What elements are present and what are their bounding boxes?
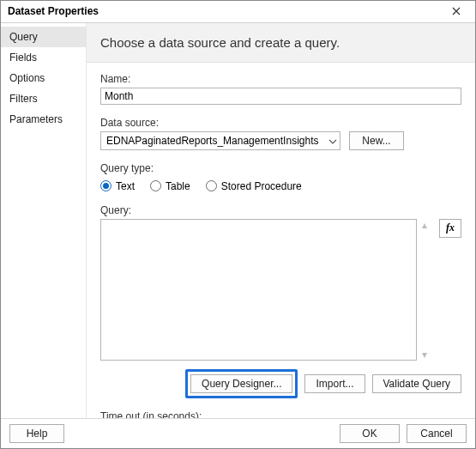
- querytype-label: Query type:: [100, 162, 461, 174]
- query-textarea[interactable]: [100, 219, 417, 361]
- title-bar: Dataset Properties: [1, 1, 475, 23]
- radio-text[interactable]: Text: [100, 180, 135, 192]
- main-content: Name: Data source: EDNAPaginatedReports_…: [87, 63, 475, 418]
- datasource-selected-value: EDNAPaginatedReports_ManagementInsights: [106, 135, 318, 147]
- name-label: Name:: [100, 73, 461, 85]
- name-input[interactable]: [100, 88, 461, 105]
- radio-label: Table: [166, 180, 190, 192]
- chevron-down-icon: [328, 135, 337, 147]
- page-heading: Choose a data source and create a query.: [87, 23, 475, 63]
- datasource-label: Data source:: [100, 117, 461, 129]
- timeout-label: Time out (in seconds):: [100, 410, 202, 418]
- sidebar-item-label: Parameters: [9, 113, 63, 125]
- help-button[interactable]: Help: [9, 424, 64, 443]
- scroll-down-icon: ▾: [422, 349, 434, 361]
- new-datasource-button[interactable]: New...: [349, 131, 404, 150]
- validate-query-button[interactable]: Validate Query: [372, 374, 462, 393]
- sidebar-item-label: Query: [9, 31, 38, 43]
- radio-dot-icon: [150, 180, 161, 191]
- import-button[interactable]: Import...: [304, 374, 365, 393]
- sidebar-item-label: Options: [9, 72, 45, 84]
- sidebar-item-label: Fields: [9, 52, 37, 64]
- sidebar-item-parameters[interactable]: Parameters: [1, 109, 86, 130]
- radio-label: Stored Procedure: [221, 180, 302, 192]
- highlight-query-designer: Query Designer...: [185, 369, 298, 398]
- scrollbar[interactable]: ▴ ▾: [422, 219, 434, 361]
- querytype-radio-group: Text Table Stored Procedure: [100, 180, 461, 192]
- sidebar-item-filters[interactable]: Filters: [1, 88, 86, 109]
- datasource-select[interactable]: EDNAPaginatedReports_ManagementInsights: [100, 131, 340, 150]
- ok-button[interactable]: OK: [340, 424, 400, 443]
- radio-table[interactable]: Table: [150, 180, 190, 192]
- scroll-up-icon: ▴: [422, 219, 434, 231]
- close-icon: [452, 7, 461, 15]
- query-designer-button[interactable]: Query Designer...: [190, 374, 292, 393]
- expression-button[interactable]: fx: [439, 219, 461, 238]
- main-panel: Choose a data source and create a query.…: [87, 23, 475, 418]
- radio-stored-procedure[interactable]: Stored Procedure: [206, 180, 302, 192]
- radio-label: Text: [116, 180, 135, 192]
- sidebar-item-label: Filters: [9, 93, 38, 105]
- dialog-body: Query Fields Options Filters Parameters …: [1, 23, 475, 418]
- radio-dot-icon: [206, 180, 217, 191]
- cancel-button[interactable]: Cancel: [407, 424, 467, 443]
- sidebar-item-options[interactable]: Options: [1, 68, 86, 88]
- sidebar-item-fields[interactable]: Fields: [1, 47, 86, 68]
- sidebar-item-query[interactable]: Query: [1, 27, 86, 47]
- dialog-footer: Help OK Cancel: [1, 418, 475, 448]
- window-title: Dataset Properties: [8, 5, 99, 17]
- sidebar: Query Fields Options Filters Parameters: [1, 23, 87, 418]
- radio-dot-icon: [100, 180, 111, 191]
- close-button[interactable]: [443, 2, 470, 21]
- query-label: Query:: [100, 204, 461, 216]
